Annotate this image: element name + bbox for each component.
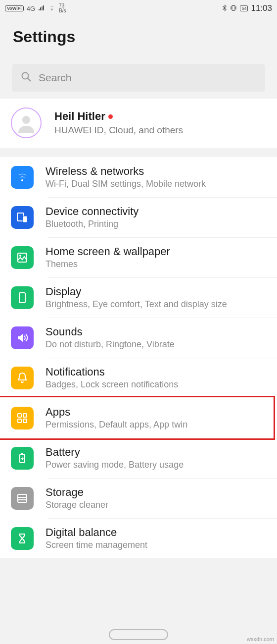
svg-line-2 <box>28 78 31 81</box>
item-title: Notifications <box>46 366 270 378</box>
settings-item-device-connectivity[interactable]: Device connectivityBluetooth, Printing <box>0 197 277 237</box>
item-title: Display <box>46 285 270 298</box>
search-icon <box>21 71 32 85</box>
network-gen: 4G <box>27 5 35 12</box>
signal-icon <box>38 5 45 12</box>
vibrate-icon <box>230 4 237 13</box>
clock: 11:03 <box>251 3 272 13</box>
settings-item-digital-balance[interactable]: Digital balanceScreen time management <box>0 518 277 558</box>
settings-item-wireless-networks[interactable]: Wireless & networksWi-Fi, Dual SIM setti… <box>0 157 277 197</box>
item-sub: Do not disturb, Ringtone, Vibrate <box>46 339 270 350</box>
search-input[interactable]: Search <box>12 64 265 92</box>
account-row[interactable]: Heil Hitler HUAWEI ID, Cloud, and others <box>0 99 277 148</box>
item-sub: Wi-Fi, Dual SIM settings, Mobile network <box>46 179 270 189</box>
svg-rect-10 <box>23 414 27 417</box>
hourglass-icon <box>11 527 34 550</box>
svg-rect-11 <box>18 419 21 423</box>
device-icon <box>11 206 34 229</box>
svg-rect-12 <box>23 419 27 423</box>
page-title: Settings <box>0 17 277 60</box>
item-title: Storage <box>46 486 270 499</box>
watermark: wsxdn.com <box>247 636 274 642</box>
svg-point-3 <box>22 116 30 124</box>
item-sub: Permissions, Default apps, App twin <box>46 420 270 430</box>
wifi-status-icon <box>48 5 56 12</box>
item-title: Digital balance <box>46 526 270 539</box>
battery-icon <box>11 447 34 470</box>
network-speed: 73 B/s <box>59 3 66 13</box>
home-screen-icon <box>11 246 34 269</box>
item-title: Apps <box>46 406 270 419</box>
status-bar: VoWiFi 4G 73 B/s 54 11:03 <box>0 0 277 17</box>
item-title: Device connectivity <box>46 205 270 218</box>
wifi-icon <box>11 166 34 189</box>
item-sub: Screen time management <box>46 540 270 550</box>
settings-item-battery[interactable]: BatteryPower saving mode, Battery usage <box>0 438 277 478</box>
bluetooth-icon <box>222 4 227 13</box>
bell-icon <box>11 367 34 389</box>
settings-item-home-screen-wallpaper[interactable]: Home screen & wallpaperThemes <box>0 237 277 277</box>
display-icon <box>11 286 34 309</box>
battery-icon-status: 54 <box>240 5 248 11</box>
item-sub: Badges, Lock screen notifications <box>46 379 270 390</box>
settings-item-notifications[interactable]: NotificationsBadges, Lock screen notific… <box>0 358 277 398</box>
apps-icon <box>11 407 34 429</box>
item-sub: Bluetooth, Printing <box>46 219 270 229</box>
svg-point-1 <box>22 72 29 79</box>
svg-point-7 <box>19 255 21 257</box>
account-name: Heil Hitler <box>54 110 105 123</box>
notification-dot <box>108 114 113 119</box>
item-sub: Themes <box>46 259 270 269</box>
account-sub: HUAWEI ID, Cloud, and others <box>54 125 266 136</box>
svg-rect-15 <box>18 494 27 502</box>
storage-icon <box>11 487 34 510</box>
svg-rect-9 <box>18 414 21 417</box>
item-title: Wireless & networks <box>46 165 270 178</box>
nav-bar[interactable] <box>0 629 277 640</box>
settings-item-sounds[interactable]: SoundsDo not disturb, Ringtone, Vibrate <box>0 318 277 358</box>
settings-list: Wireless & networksWi-Fi, Dual SIM setti… <box>0 157 277 558</box>
sound-icon <box>11 326 34 349</box>
item-sub: Brightness, Eye comfort, Text and displa… <box>46 299 270 310</box>
svg-rect-8 <box>19 293 25 303</box>
item-sub: Power saving mode, Battery usage <box>46 460 270 470</box>
svg-rect-0 <box>232 5 235 10</box>
svg-rect-14 <box>21 453 23 454</box>
settings-item-display[interactable]: DisplayBrightness, Eye comfort, Text and… <box>0 277 277 318</box>
search-placeholder: Search <box>39 72 72 84</box>
item-title: Battery <box>46 446 270 459</box>
settings-item-storage[interactable]: StorageStorage cleaner <box>0 478 277 518</box>
item-sub: Storage cleaner <box>46 500 270 510</box>
svg-rect-5 <box>23 216 27 222</box>
settings-item-apps[interactable]: AppsPermissions, Default apps, App twin <box>0 398 277 438</box>
item-title: Home screen & wallpaper <box>46 245 270 258</box>
vowifi-badge: VoWiFi <box>5 5 24 11</box>
avatar <box>11 107 42 138</box>
item-title: Sounds <box>46 325 270 338</box>
